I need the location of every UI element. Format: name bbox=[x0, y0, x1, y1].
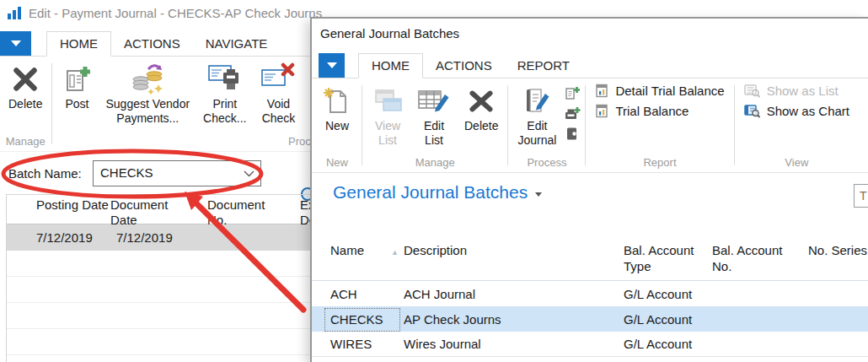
post-button[interactable]: Post bbox=[55, 60, 99, 111]
show-as-chart-button[interactable]: Show as Chart bbox=[744, 104, 849, 118]
ribbon-group-report: Detail Trial Balance Trial Balance Repor… bbox=[588, 78, 731, 172]
column-header-description[interactable]: Description bbox=[404, 242, 624, 280]
edit-journal-icon bbox=[520, 84, 554, 119]
name-cell: CHECKS bbox=[330, 312, 404, 327]
chevron-down-icon[interactable] bbox=[244, 170, 255, 177]
show-as-chart-icon bbox=[744, 104, 761, 118]
ribbon: New New View List bbox=[312, 78, 868, 173]
column-header-bal-account-no[interactable]: Bal. AccountNo. bbox=[712, 242, 808, 280]
bal-account-type-cell[interactable]: G/L Account bbox=[624, 337, 712, 351]
group-separator bbox=[51, 63, 52, 144]
journal-chart-icon bbox=[7, 5, 22, 20]
table-row-checks[interactable]: CHECKS AP Check Journs G/L Account bbox=[312, 306, 868, 332]
delete-button[interactable]: Delete bbox=[458, 82, 505, 133]
sort-ascending-icon: ▲ bbox=[391, 245, 399, 261]
tab-actions[interactable]: ACTIONS bbox=[423, 53, 505, 78]
trial-balance-button[interactable]: Trial Balance bbox=[595, 104, 724, 118]
batches-grid: Name ▲ Description Bal. AccountType Bal.… bbox=[312, 225, 868, 362]
new-document-icon bbox=[322, 84, 352, 119]
edit-list-icon bbox=[417, 84, 451, 119]
name-cell[interactable]: ACH bbox=[330, 287, 404, 301]
create-document-mini-button[interactable] bbox=[565, 85, 581, 101]
ribbon-group-new: New New bbox=[315, 78, 359, 172]
column-header-posting-date[interactable]: Posting Date bbox=[30, 197, 110, 224]
app-menu-button[interactable] bbox=[319, 53, 345, 78]
window-title: Edit - Payment Journal - CHECKS-AP Check… bbox=[29, 6, 322, 20]
print-mini-button[interactable] bbox=[565, 105, 581, 122]
edit-journal-button[interactable]: Edit Journal bbox=[511, 82, 563, 148]
group-separator bbox=[362, 85, 362, 165]
column-header-document-date[interactable]: DocumentDate bbox=[110, 197, 207, 224]
print-check-icon bbox=[206, 62, 244, 97]
edit-list-button[interactable]: Edit List bbox=[410, 82, 458, 148]
batch-name-combobox[interactable]: CHECKS bbox=[93, 160, 261, 186]
detail-trial-balance-button[interactable]: Detail Trial Balance bbox=[595, 84, 724, 98]
chevron-down-icon bbox=[327, 62, 337, 68]
void-check-icon bbox=[260, 62, 297, 97]
view-list-icon bbox=[372, 84, 404, 119]
chevron-down-icon bbox=[11, 41, 21, 46]
bal-account-type-cell[interactable]: G/L Account bbox=[624, 287, 712, 301]
ribbon-group-manage: View List Edit List bbox=[365, 78, 505, 172]
column-header-bal-account-type[interactable]: Bal. AccountType bbox=[624, 242, 712, 280]
tab-navigate[interactable]: NAVIGATE bbox=[193, 31, 281, 57]
post-icon bbox=[62, 62, 92, 97]
column-header-document-no[interactable]: DocumentNo. bbox=[207, 197, 300, 224]
chevron-down-icon[interactable] bbox=[535, 192, 542, 197]
app-menu-button[interactable] bbox=[0, 31, 31, 56]
report-icon bbox=[595, 104, 609, 118]
group-separator bbox=[507, 85, 508, 165]
ribbon-group-manage: Delete Manage bbox=[2, 57, 49, 151]
document-date-cell[interactable]: 7/12/2019 bbox=[116, 230, 213, 245]
suggest-vendor-payments-button[interactable]: Suggest Vendor Payments... bbox=[99, 60, 196, 126]
grid-header-row: Name ▲ Description Bal. AccountType Bal.… bbox=[312, 242, 868, 281]
description-cell[interactable]: Wires Journal bbox=[404, 337, 624, 351]
bal-account-type-cell[interactable]: G/L Account bbox=[624, 312, 712, 327]
batch-name-value: CHECKS bbox=[100, 165, 153, 180]
page-title-text: General Journal Batches bbox=[333, 182, 528, 203]
report-icon bbox=[595, 84, 609, 98]
tab-home[interactable]: HOME bbox=[358, 53, 423, 78]
delete-x-icon bbox=[466, 84, 496, 119]
table-row-ach[interactable]: ACH ACH Journal G/L Account bbox=[312, 281, 868, 306]
group-separator bbox=[585, 85, 586, 165]
view-list-button[interactable]: View List bbox=[365, 82, 410, 148]
ribbon-tabstrip: HOME ACTIONS REPORT bbox=[312, 53, 868, 78]
delete-button[interactable]: Delete bbox=[2, 60, 49, 111]
ribbon-group-view: Show as List Show as Chart View bbox=[737, 78, 856, 172]
general-journal-batches-window: General Journal Batches HOME ACTIONS REP… bbox=[310, 17, 868, 362]
print-check-button[interactable]: Print Check... bbox=[196, 60, 253, 126]
group-separator bbox=[734, 85, 735, 165]
batch-name-label: Batch Name: bbox=[8, 166, 82, 181]
table-row-wires[interactable]: WIRES Wires Journal G/L Account bbox=[312, 332, 868, 357]
filter-input[interactable]: T bbox=[854, 184, 868, 208]
show-as-list-icon bbox=[744, 84, 761, 98]
coins-icon bbox=[128, 62, 167, 97]
name-cell[interactable]: WIRES bbox=[330, 337, 404, 351]
column-header-name[interactable]: Name ▲ bbox=[330, 242, 404, 280]
description-cell[interactable]: ACH Journal bbox=[404, 287, 624, 301]
window-titlebar: Edit - Payment Journal - CHECKS-AP Check… bbox=[7, 5, 322, 20]
new-button[interactable]: New bbox=[315, 82, 359, 133]
tab-home[interactable]: HOME bbox=[46, 31, 111, 57]
posting-date-cell[interactable]: 7/12/2019 bbox=[36, 230, 116, 245]
tab-report[interactable]: REPORT bbox=[505, 53, 582, 78]
card-mini-button[interactable] bbox=[565, 126, 581, 142]
column-header-no-series[interactable]: No. Series bbox=[808, 242, 868, 280]
description-cell[interactable]: AP Check Journs bbox=[404, 312, 624, 327]
ribbon-group-process: Edit Journal Process bbox=[511, 78, 582, 172]
window-title: General Journal Batches bbox=[320, 26, 459, 41]
filter-text: T bbox=[860, 189, 867, 203]
tab-actions[interactable]: ACTIONS bbox=[111, 31, 193, 57]
void-check-button[interactable]: Void Check bbox=[253, 60, 303, 126]
page-title: General Journal Batches bbox=[333, 182, 542, 203]
show-as-list-button[interactable]: Show as List bbox=[744, 84, 849, 98]
delete-x-icon bbox=[10, 62, 40, 97]
